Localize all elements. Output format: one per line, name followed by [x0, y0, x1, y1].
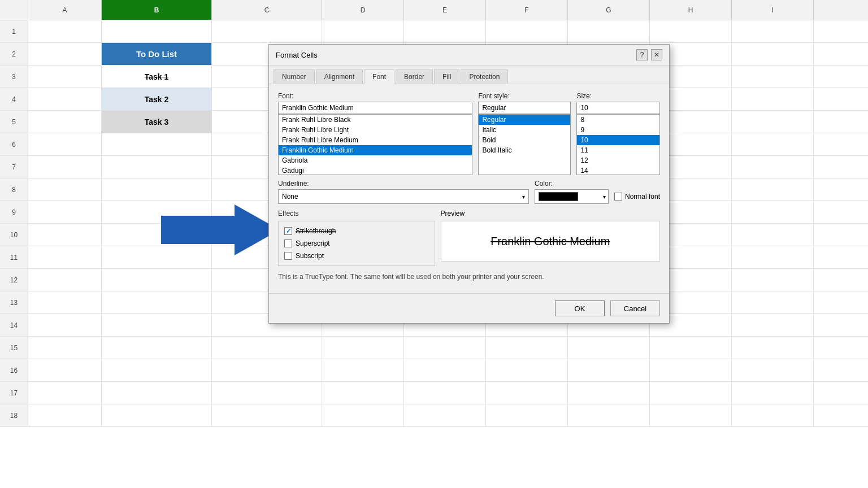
cell-e1[interactable] — [404, 20, 486, 42]
style-list-item-italic[interactable]: Italic — [479, 125, 570, 135]
color-swatch — [539, 192, 578, 201]
preview-text: Franklin Gothic Medium — [491, 235, 610, 248]
underline-value: None — [282, 193, 298, 201]
ok-button[interactable]: OK — [555, 300, 605, 316]
table-row: 17 — [0, 382, 868, 404]
color-dropdown-arrow: ▾ — [603, 194, 608, 200]
tab-protection[interactable]: Protection — [461, 69, 508, 84]
cell-d1[interactable] — [322, 20, 404, 42]
preview-label: Preview — [441, 210, 661, 217]
col-header-d[interactable]: D — [322, 0, 404, 20]
size-label: Size: — [576, 92, 660, 100]
dialog-titlebar[interactable]: Format Cells ? ✕ — [269, 45, 669, 66]
col-header-i[interactable]: I — [732, 0, 814, 20]
subscript-checkbox[interactable] — [284, 252, 292, 260]
font-size-col: Size: 8 9 10 11 12 14 — [576, 92, 660, 175]
underline-color-row: Underline: None ▾ Color: ▾ Normal font — [278, 180, 660, 204]
col-header-b[interactable]: B — [102, 0, 212, 20]
underline-select[interactable]: None ▾ — [278, 189, 529, 204]
superscript-checkbox[interactable] — [284, 239, 292, 247]
effects-preview-row: Effects Strikethrough Superscript Subscr… — [278, 210, 660, 266]
help-button[interactable]: ? — [636, 49, 648, 60]
cell-i1[interactable] — [732, 20, 814, 42]
cell-b4-task2[interactable]: Task 2 — [102, 88, 212, 110]
size-list-item[interactable]: 8 — [577, 115, 659, 125]
dialog-title: Format Cells — [276, 51, 318, 59]
underline-dropdown-arrow: ▾ — [522, 194, 525, 200]
font-list-item-selected[interactable]: Franklin Gothic Medium — [279, 145, 472, 155]
strikethrough-label: Strikethrough — [296, 227, 336, 235]
effects-label: Effects — [278, 210, 435, 217]
font-style-col: Font style: Regular Italic Bold Bold Ita… — [478, 92, 571, 175]
font-size-list[interactable]: 8 9 10 11 12 14 — [576, 114, 660, 175]
column-headers: A B C D E F G H I — [0, 0, 868, 20]
superscript-label: Superscript — [296, 239, 330, 247]
font-size-input[interactable] — [576, 102, 660, 114]
cell-a1[interactable] — [28, 20, 102, 42]
cell-b2-todo[interactable]: To Do List — [102, 43, 212, 65]
col-header-c[interactable]: C — [212, 0, 322, 20]
close-button[interactable]: ✕ — [651, 49, 662, 60]
style-list-item-regular[interactable]: Regular — [479, 115, 570, 125]
effects-col: Effects Strikethrough Superscript Subscr… — [278, 210, 435, 266]
color-col: Color: ▾ Normal font — [535, 180, 660, 204]
size-list-item[interactable]: 9 — [577, 125, 659, 135]
font-list-item[interactable]: Frank Ruhl Libre Black — [279, 115, 472, 125]
cell-c1[interactable] — [212, 20, 322, 42]
table-row: 15 — [0, 337, 868, 359]
style-list-item-bold[interactable]: Bold — [479, 135, 570, 145]
col-header-h[interactable]: H — [650, 0, 732, 20]
col-header-g[interactable]: G — [568, 0, 650, 20]
style-list-item-bold-italic[interactable]: Bold Italic — [479, 145, 570, 155]
cell-f1[interactable] — [486, 20, 568, 42]
font-name-col: Font: Frank Ruhl Libre Black Frank Ruhl … — [278, 92, 472, 175]
font-style-list[interactable]: Regular Italic Bold Bold Italic — [478, 114, 571, 175]
effects-box: Strikethrough Superscript Subscript — [278, 221, 435, 266]
preview-col: Preview Franklin Gothic Medium — [441, 210, 661, 266]
info-text: This is a TrueType font. The same font w… — [278, 273, 660, 281]
col-header-f[interactable]: F — [486, 0, 568, 20]
table-row: 1 — [0, 20, 868, 43]
dialog-content: Font: Frank Ruhl Libre Black Frank Ruhl … — [269, 84, 669, 293]
font-list-item[interactable]: Gabriola — [279, 155, 472, 165]
color-label: Color: — [535, 180, 660, 188]
font-list[interactable]: Frank Ruhl Libre Black Frank Ruhl Libre … — [278, 114, 472, 175]
cell-b5-task3[interactable]: Task 3 — [102, 111, 212, 133]
corner-cell — [0, 0, 28, 20]
size-list-item[interactable]: 11 — [577, 145, 659, 155]
font-name-input[interactable] — [278, 102, 472, 114]
font-style-input[interactable] — [478, 102, 571, 114]
col-header-e[interactable]: E — [404, 0, 486, 20]
cancel-button[interactable]: Cancel — [610, 300, 660, 316]
cell-g1[interactable] — [568, 20, 650, 42]
tab-fill[interactable]: Fill — [434, 69, 459, 84]
font-list-item[interactable]: Frank Ruhl Libre Light — [279, 125, 472, 135]
size-list-item[interactable]: 14 — [577, 165, 659, 175]
cell-b3-task1[interactable]: Task 1 — [102, 66, 212, 88]
tab-number[interactable]: Number — [274, 69, 315, 84]
strikethrough-item: Strikethrough — [284, 227, 429, 235]
tab-border[interactable]: Border — [396, 69, 433, 84]
underline-col: Underline: None ▾ — [278, 180, 529, 204]
preview-box: Franklin Gothic Medium — [441, 221, 661, 262]
cell-a2[interactable] — [28, 43, 102, 65]
dialog-tabs: Number Alignment Font Border Fill Protec… — [269, 66, 669, 84]
normal-font-checkbox[interactable] — [614, 193, 622, 201]
font-style-size-row: Font: Frank Ruhl Libre Black Frank Ruhl … — [278, 92, 660, 175]
font-list-item[interactable]: Frank Ruhl Libre Medium — [279, 135, 472, 145]
font-label: Font: — [278, 92, 472, 100]
table-row: 18 — [0, 404, 868, 427]
cell-b1[interactable] — [102, 20, 212, 42]
size-list-item[interactable]: 12 — [577, 155, 659, 165]
color-selector[interactable]: ▾ — [535, 189, 609, 204]
tab-alignment[interactable]: Alignment — [316, 69, 363, 84]
strikethrough-checkbox[interactable] — [284, 227, 292, 235]
col-header-a[interactable]: A — [28, 0, 102, 20]
font-list-item[interactable]: Gadugi — [279, 165, 472, 175]
cell-h1[interactable] — [650, 20, 732, 42]
format-cells-dialog: Format Cells ? ✕ Number Alignment Font B… — [268, 44, 670, 324]
normal-font-label: Normal font — [625, 193, 660, 201]
subscript-item: Subscript — [284, 252, 429, 260]
tab-font[interactable]: Font — [364, 69, 394, 84]
size-list-item-selected[interactable]: 10 — [577, 135, 659, 145]
